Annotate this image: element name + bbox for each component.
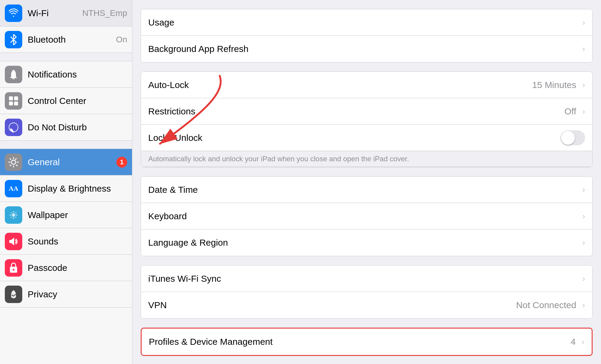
row-restrictions[interactable]: Restrictions Off › — [141, 98, 592, 125]
notifications-label: Notifications — [28, 69, 77, 80]
vpn-label: VPN — [148, 300, 516, 310]
sidebar-item-do-not-disturb[interactable]: Do Not Disturb — [0, 114, 132, 141]
row-itunes-wifi-sync[interactable]: iTunes Wi-Fi Sync › — [141, 265, 592, 292]
svg-rect-3 — [14, 102, 18, 105]
lock-unlock-label: Lock / Unlock — [148, 133, 560, 143]
bluetooth-label: Bluetooth — [28, 35, 66, 45]
sounds-icon — [5, 233, 22, 250]
notifications-icon — [5, 66, 22, 83]
passcode-label: Passcode — [28, 263, 67, 273]
restrictions-chevron: › — [582, 107, 585, 116]
svg-point-12 — [16, 214, 17, 216]
group-separator-1 — [0, 53, 132, 61]
sidebar-item-notifications[interactable]: Notifications — [0, 61, 132, 88]
general-label: General — [28, 157, 60, 167]
keyboard-label: Keyboard — [148, 211, 580, 221]
itunes-wifi-sync-chevron: › — [582, 274, 585, 284]
svg-point-5 — [11, 160, 16, 164]
sidebar-item-display[interactable]: AA Display & Brightness — [0, 175, 132, 202]
main-content: Usage › Background App Refresh › Auto-Lo… — [132, 0, 601, 364]
row-profiles-device-mgmt[interactable]: Profiles & Device Management 4 › — [142, 329, 592, 355]
usage-chevron: › — [582, 18, 585, 27]
date-time-label: Date & Time — [148, 185, 580, 195]
control-center-icon — [5, 92, 22, 110]
profiles-device-mgmt-label: Profiles & Device Management — [149, 337, 571, 347]
wallpaper-icon — [5, 206, 22, 224]
wifi-value: NTHS_Emp — [82, 8, 127, 18]
row-language-region[interactable]: Language & Region › — [141, 229, 592, 256]
sidebar-item-wifi[interactable]: Wi-Fi NTHS_Emp — [0, 0, 132, 26]
itunes-wifi-sync-label: iTunes Wi-Fi Sync — [148, 274, 580, 284]
background-app-refresh-label: Background App Refresh — [148, 44, 580, 54]
row-vpn[interactable]: VPN Not Connected › — [141, 292, 592, 318]
restrictions-value: Off — [564, 106, 576, 117]
svg-point-15 — [11, 217, 12, 218]
auto-lock-value: 15 Minutes — [532, 80, 576, 90]
sidebar-item-wallpaper[interactable]: Wallpaper — [0, 202, 132, 228]
lock-unlock-toggle[interactable] — [560, 130, 585, 145]
control-center-label: Control Center — [28, 96, 86, 106]
do-not-disturb-icon — [5, 119, 22, 136]
usage-label: Usage — [148, 17, 580, 28]
section-profiles: Profiles & Device Management 4 › — [141, 328, 593, 356]
restrictions-label: Restrictions — [148, 106, 564, 117]
lock-unlock-desc-text: Automatically lock and unlock your iPad … — [148, 155, 409, 163]
svg-point-10 — [13, 218, 14, 219]
wifi-label: Wi-Fi — [28, 8, 49, 18]
row-background-app-refresh[interactable]: Background App Refresh › — [141, 36, 592, 62]
svg-point-11 — [10, 214, 11, 216]
background-app-refresh-chevron: › — [582, 44, 585, 54]
sidebar-item-passcode[interactable]: Passcode — [0, 255, 132, 281]
svg-point-18 — [13, 269, 14, 271]
wifi-icon — [5, 5, 22, 22]
svg-rect-1 — [14, 96, 18, 100]
toggle-knob — [561, 131, 575, 145]
wallpaper-label: Wallpaper — [28, 210, 68, 220]
sidebar-item-general[interactable]: General 1 — [0, 149, 132, 175]
svg-rect-2 — [9, 102, 13, 105]
vpn-value: Not Connected — [516, 300, 576, 310]
svg-point-13 — [11, 212, 12, 213]
profiles-device-mgmt-chevron: › — [582, 337, 584, 347]
do-not-disturb-label: Do Not Disturb — [28, 122, 87, 132]
bluetooth-icon — [5, 31, 22, 48]
bluetooth-value: On — [116, 35, 127, 44]
svg-point-8 — [13, 214, 14, 216]
section-lock: Auto-Lock 15 Minutes › Restrictions Off … — [141, 71, 593, 167]
section-locale: Date & Time › Keyboard › Language & Regi… — [141, 176, 593, 256]
date-time-chevron: › — [582, 185, 585, 195]
svg-point-14 — [15, 212, 17, 213]
lock-unlock-description: Automatically lock and unlock your iPad … — [141, 151, 592, 167]
section-network: iTunes Wi-Fi Sync › VPN Not Connected › — [141, 265, 593, 319]
privacy-label: Privacy — [28, 289, 57, 299]
vpn-chevron: › — [582, 300, 585, 310]
profiles-device-mgmt-value: 4 — [571, 337, 576, 347]
display-icon: AA — [5, 180, 22, 197]
section-usage: Usage › Background App Refresh › — [141, 9, 593, 62]
svg-rect-0 — [9, 96, 13, 100]
svg-point-16 — [15, 217, 17, 218]
group-separator-2 — [0, 141, 132, 149]
language-region-chevron: › — [582, 238, 585, 247]
privacy-icon — [5, 286, 22, 303]
row-keyboard[interactable]: Keyboard › — [141, 203, 592, 229]
sounds-label: Sounds — [28, 236, 58, 247]
auto-lock-label: Auto-Lock — [148, 80, 532, 90]
row-usage[interactable]: Usage › — [141, 9, 592, 36]
sidebar: Wi-Fi NTHS_Emp Bluetooth On Notification… — [0, 0, 132, 364]
general-badge: 1 — [116, 157, 127, 168]
svg-point-9 — [13, 211, 14, 212]
row-auto-lock[interactable]: Auto-Lock 15 Minutes › — [141, 72, 592, 98]
sidebar-item-control-center[interactable]: Control Center — [0, 88, 132, 114]
auto-lock-chevron: › — [582, 80, 585, 90]
display-label: Display & Brightness — [28, 184, 111, 194]
sidebar-item-sounds[interactable]: Sounds — [0, 228, 132, 255]
keyboard-chevron: › — [582, 211, 585, 221]
general-icon — [5, 153, 22, 171]
sidebar-item-privacy[interactable]: Privacy — [0, 281, 132, 308]
passcode-icon — [5, 259, 22, 277]
language-region-label: Language & Region — [148, 238, 580, 248]
sidebar-item-bluetooth[interactable]: Bluetooth On — [0, 26, 132, 53]
row-date-time[interactable]: Date & Time › — [141, 177, 592, 203]
row-lock-unlock[interactable]: Lock / Unlock — [141, 125, 592, 151]
